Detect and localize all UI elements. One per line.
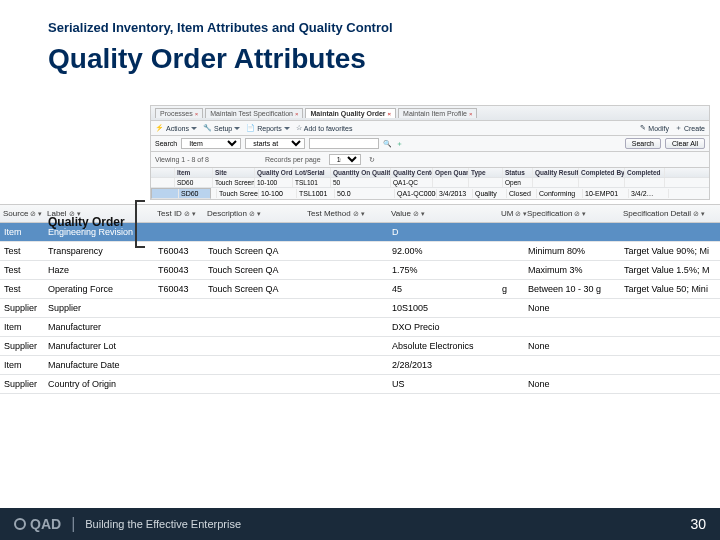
- search-input[interactable]: [309, 138, 379, 149]
- page-number: 30: [690, 516, 706, 532]
- grid-row[interactable]: SD60Touch Screen10-100TSL100150.0QA1-QC0…: [151, 188, 211, 199]
- grid-header-cell[interactable]: Quantity On Quality Order: [331, 168, 391, 177]
- attr-cell: [304, 318, 388, 336]
- attr-cell: [304, 280, 388, 298]
- setup-menu[interactable]: 🔧Setup: [203, 124, 240, 132]
- create-button[interactable]: ＋Create: [675, 123, 705, 133]
- attr-cell: Supplier: [44, 299, 154, 317]
- grid-header-cell[interactable]: Completed: [625, 168, 665, 177]
- sort-icon[interactable]: ⊘: [515, 210, 521, 218]
- attr-header-cell[interactable]: Test ID ⊘ ▾: [154, 209, 204, 218]
- attr-cell: [304, 223, 388, 241]
- grid-cell: TSL101: [293, 178, 331, 187]
- attr-cell: [498, 242, 524, 260]
- search-label: Search: [155, 140, 177, 147]
- attr-cell: [204, 299, 304, 317]
- filter-icon[interactable]: ▾: [582, 210, 586, 218]
- attr-cell: [304, 242, 388, 260]
- attr-cell: g: [498, 280, 524, 298]
- close-icon[interactable]: ×: [195, 111, 199, 117]
- attr-header-cell[interactable]: Source ⊘ ▾: [0, 209, 44, 218]
- chevron-down-icon: [284, 127, 290, 130]
- add-criteria-icon[interactable]: ＋: [396, 139, 403, 149]
- add-favorites-button[interactable]: ☆Add to favorites: [296, 124, 353, 132]
- close-icon[interactable]: ×: [388, 111, 392, 117]
- attr-row[interactable]: SupplierSupplier10S1005None: [0, 299, 720, 318]
- filter-icon[interactable]: ▾: [421, 210, 425, 218]
- attr-cell: D: [388, 223, 498, 241]
- grid-header-cell[interactable]: Quality Result: [533, 168, 579, 177]
- grid-cell: Touch Screen: [213, 178, 255, 187]
- attr-row[interactable]: TestHazeT60043Touch Screen QA1.75%Maximu…: [0, 261, 720, 280]
- search-field-select[interactable]: Item: [181, 138, 241, 149]
- modify-button[interactable]: ✎Modify: [640, 124, 669, 132]
- clear-all-button[interactable]: Clear All: [665, 138, 705, 149]
- attr-cell: [498, 318, 524, 336]
- attr-row[interactable]: SupplierCountry of OriginUSNone: [0, 375, 720, 394]
- sort-icon[interactable]: ⊘: [693, 210, 699, 218]
- attr-header-cell[interactable]: Value ⊘ ▾: [388, 209, 498, 218]
- filter-icon[interactable]: ▾: [192, 210, 196, 218]
- sort-icon[interactable]: ⊘: [249, 210, 255, 218]
- search-button[interactable]: Search: [625, 138, 661, 149]
- refresh-icon[interactable]: ↻: [369, 156, 375, 164]
- grid-row[interactable]: SD60Touch Screen10-100TSL10150QA1-QCOpen: [151, 178, 709, 188]
- attr-cell: [620, 223, 720, 241]
- grid-header-cell[interactable]: Open Quantity: [433, 168, 469, 177]
- close-icon[interactable]: ×: [469, 111, 473, 117]
- attr-header-cell[interactable]: UM ⊘ ▾: [498, 209, 524, 218]
- tab-quality-order[interactable]: Maintain Quality Order×: [305, 108, 396, 118]
- attr-row[interactable]: TestTransparencyT60043Touch Screen QA92.…: [0, 242, 720, 261]
- attr-row[interactable]: ItemManufacture Date2/28/2013: [0, 356, 720, 375]
- grid-header-cell[interactable]: Status: [503, 168, 533, 177]
- grid-header-cell[interactable]: Completed By: [579, 168, 625, 177]
- attr-cell: 45: [388, 280, 498, 298]
- rpp-select[interactable]: 100: [329, 154, 361, 165]
- attr-header-cell[interactable]: Test Method ⊘ ▾: [304, 209, 388, 218]
- attr-header-cell[interactable]: Description ⊘ ▾: [204, 209, 304, 218]
- rpp-label: Records per page: [265, 156, 321, 163]
- sort-icon[interactable]: ⊘: [353, 210, 359, 218]
- search-row: Search Item starts at 🔍 ＋ Search Clear A…: [151, 136, 709, 152]
- attr-cell: [154, 299, 204, 317]
- attr-header-cell[interactable]: Specification Detail ⊘ ▾: [620, 209, 720, 218]
- filter-icon[interactable]: ▾: [38, 210, 42, 218]
- attr-cell: [154, 375, 204, 393]
- attr-cell: [620, 337, 720, 355]
- sort-icon[interactable]: ⊘: [184, 210, 190, 218]
- sort-icon[interactable]: ⊘: [413, 210, 419, 218]
- attr-cell: 10S1005: [388, 299, 498, 317]
- grid-cell: [469, 178, 503, 187]
- grid-header-cell[interactable]: Quality Center: [391, 168, 433, 177]
- close-icon[interactable]: ×: [295, 111, 299, 117]
- filter-icon[interactable]: ▾: [361, 210, 365, 218]
- actions-menu[interactable]: ⚡Actions: [155, 124, 197, 132]
- lookup-icon[interactable]: 🔍: [383, 140, 392, 148]
- grid-header-cell[interactable]: Quality Order: [255, 168, 293, 177]
- tab-processes[interactable]: Processes×: [155, 108, 203, 118]
- attr-row[interactable]: TestOperating ForceT60043Touch Screen QA…: [0, 280, 720, 299]
- search-op-select[interactable]: starts at: [245, 138, 305, 149]
- view-bar: Viewing 1 - 8 of 8 Records per page 100 …: [151, 152, 709, 168]
- tab-test-spec[interactable]: Maintain Test Specification×: [205, 108, 303, 118]
- tab-item-profile[interactable]: Maintain Item Profile×: [398, 108, 477, 118]
- attr-row[interactable]: SupplierManufacturer LotAbsolute Electro…: [0, 337, 720, 356]
- filter-icon[interactable]: ▾: [257, 210, 261, 218]
- attr-cell: DXO Precio: [388, 318, 498, 336]
- attr-row[interactable]: ItemManufacturerDXO Precio: [0, 318, 720, 337]
- grid-header-cell[interactable]: Type: [469, 168, 503, 177]
- grid-header-cell[interactable]: [151, 168, 175, 177]
- sort-icon[interactable]: ⊘: [574, 210, 580, 218]
- attr-cell: Test: [0, 242, 44, 260]
- grid-header-cell[interactable]: Lot/Serial: [293, 168, 331, 177]
- attr-header-cell[interactable]: Specification ⊘ ▾: [524, 209, 620, 218]
- reports-menu[interactable]: 📄Reports: [246, 124, 290, 132]
- sort-icon[interactable]: ⊘: [30, 210, 36, 218]
- grid-cell: 10-100: [255, 178, 293, 187]
- attr-cell: [304, 299, 388, 317]
- page-title: Quality Order Attributes: [48, 43, 720, 75]
- grid-cell: 10-EMP01: [583, 189, 629, 198]
- grid-header-cell[interactable]: Item: [175, 168, 213, 177]
- filter-icon[interactable]: ▾: [701, 210, 705, 218]
- grid-header-cell[interactable]: Site: [213, 168, 255, 177]
